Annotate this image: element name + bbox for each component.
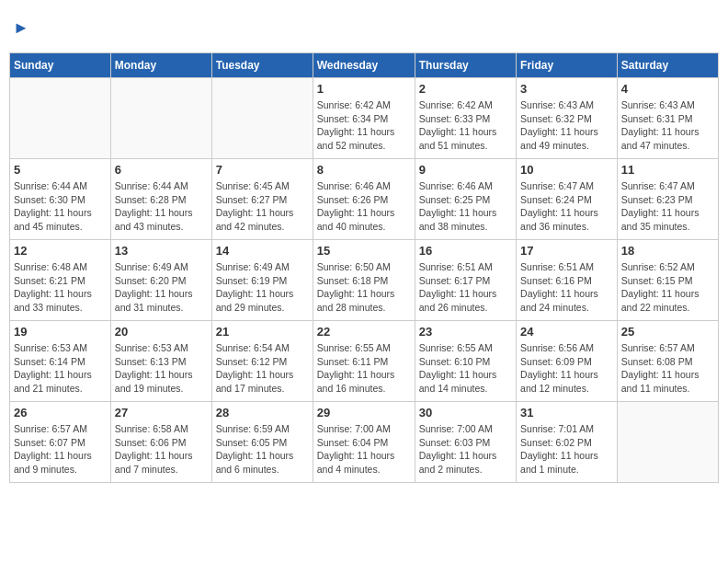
- day-info: Sunrise: 6:56 AM Sunset: 6:09 PM Dayligh…: [520, 341, 613, 396]
- week-row-5: 26Sunrise: 6:57 AM Sunset: 6:07 PM Dayli…: [10, 402, 719, 483]
- calendar-cell: 30Sunrise: 7:00 AM Sunset: 6:03 PM Dayli…: [415, 402, 516, 483]
- day-number: 7: [216, 163, 309, 177]
- day-info: Sunrise: 7:00 AM Sunset: 6:04 PM Dayligh…: [317, 422, 411, 477]
- calendar-cell: 8Sunrise: 6:46 AM Sunset: 6:26 PM Daylig…: [313, 159, 415, 240]
- calendar-cell: 5Sunrise: 6:44 AM Sunset: 6:30 PM Daylig…: [10, 159, 111, 240]
- day-number: 18: [621, 244, 714, 258]
- weekday-monday: Monday: [110, 53, 211, 78]
- calendar-cell: [10, 78, 111, 159]
- calendar-cell: 13Sunrise: 6:49 AM Sunset: 6:20 PM Dayli…: [110, 240, 211, 321]
- calendar-cell: 10Sunrise: 6:47 AM Sunset: 6:24 PM Dayli…: [517, 159, 618, 240]
- calendar-cell: 19Sunrise: 6:53 AM Sunset: 6:14 PM Dayli…: [10, 321, 111, 402]
- day-info: Sunrise: 6:59 AM Sunset: 6:05 PM Dayligh…: [216, 422, 309, 477]
- day-info: Sunrise: 6:58 AM Sunset: 6:06 PM Dayligh…: [115, 422, 208, 477]
- week-row-4: 19Sunrise: 6:53 AM Sunset: 6:14 PM Dayli…: [10, 321, 719, 402]
- calendar-cell: 23Sunrise: 6:55 AM Sunset: 6:10 PM Dayli…: [415, 321, 516, 402]
- day-info: Sunrise: 6:49 AM Sunset: 6:20 PM Dayligh…: [115, 260, 208, 315]
- day-number: 12: [14, 244, 107, 258]
- day-info: Sunrise: 6:50 AM Sunset: 6:18 PM Dayligh…: [317, 260, 411, 315]
- day-info: Sunrise: 6:42 AM Sunset: 6:34 PM Dayligh…: [317, 98, 411, 153]
- day-number: 26: [14, 406, 107, 419]
- day-info: Sunrise: 6:54 AM Sunset: 6:12 PM Dayligh…: [216, 341, 309, 396]
- day-number: 13: [115, 244, 208, 258]
- day-number: 23: [419, 325, 512, 339]
- calendar-cell: [110, 78, 211, 159]
- calendar-cell: 2Sunrise: 6:42 AM Sunset: 6:33 PM Daylig…: [415, 78, 516, 159]
- calendar-cell: 21Sunrise: 6:54 AM Sunset: 6:12 PM Dayli…: [211, 321, 313, 402]
- day-number: 17: [520, 244, 613, 258]
- day-number: 30: [419, 406, 512, 419]
- calendar-cell: 28Sunrise: 6:59 AM Sunset: 6:05 PM Dayli…: [211, 402, 313, 483]
- day-info: Sunrise: 6:46 AM Sunset: 6:25 PM Dayligh…: [419, 179, 512, 234]
- day-number: 9: [419, 163, 512, 177]
- day-number: 1: [317, 82, 411, 96]
- day-number: 27: [115, 406, 208, 419]
- logo: ►: [13, 17, 29, 38]
- calendar-cell: 9Sunrise: 6:46 AM Sunset: 6:25 PM Daylig…: [415, 159, 516, 240]
- weekday-saturday: Saturday: [617, 53, 718, 78]
- day-info: Sunrise: 7:01 AM Sunset: 6:02 PM Dayligh…: [520, 422, 613, 477]
- page-header: ►: [9, 9, 719, 45]
- calendar-cell: 14Sunrise: 6:49 AM Sunset: 6:19 PM Dayli…: [211, 240, 313, 321]
- day-number: 4: [621, 82, 714, 96]
- day-number: 19: [14, 325, 107, 339]
- day-number: 28: [216, 406, 309, 419]
- day-info: Sunrise: 6:55 AM Sunset: 6:11 PM Dayligh…: [317, 341, 411, 396]
- day-info: Sunrise: 7:00 AM Sunset: 6:03 PM Dayligh…: [419, 422, 512, 477]
- day-number: 22: [317, 325, 411, 339]
- calendar-cell: 7Sunrise: 6:45 AM Sunset: 6:27 PM Daylig…: [211, 159, 313, 240]
- week-row-2: 5Sunrise: 6:44 AM Sunset: 6:30 PM Daylig…: [10, 159, 719, 240]
- day-info: Sunrise: 6:57 AM Sunset: 6:07 PM Dayligh…: [14, 422, 107, 477]
- day-info: Sunrise: 6:47 AM Sunset: 6:24 PM Dayligh…: [520, 179, 613, 234]
- calendar-cell: 31Sunrise: 7:01 AM Sunset: 6:02 PM Dayli…: [517, 402, 618, 483]
- day-info: Sunrise: 6:43 AM Sunset: 6:31 PM Dayligh…: [621, 98, 714, 153]
- calendar-cell: 22Sunrise: 6:55 AM Sunset: 6:11 PM Dayli…: [313, 321, 415, 402]
- day-info: Sunrise: 6:57 AM Sunset: 6:08 PM Dayligh…: [621, 341, 714, 396]
- calendar-cell: 25Sunrise: 6:57 AM Sunset: 6:08 PM Dayli…: [617, 321, 718, 402]
- day-number: 3: [520, 82, 613, 96]
- week-row-1: 1Sunrise: 6:42 AM Sunset: 6:34 PM Daylig…: [10, 78, 719, 159]
- day-number: 5: [14, 163, 107, 177]
- day-info: Sunrise: 6:46 AM Sunset: 6:26 PM Dayligh…: [317, 179, 411, 234]
- day-number: 10: [520, 163, 613, 177]
- day-info: Sunrise: 6:51 AM Sunset: 6:16 PM Dayligh…: [520, 260, 613, 315]
- day-number: 31: [520, 406, 613, 419]
- week-row-3: 12Sunrise: 6:48 AM Sunset: 6:21 PM Dayli…: [10, 240, 719, 321]
- day-number: 29: [317, 406, 411, 419]
- weekday-wednesday: Wednesday: [313, 53, 415, 78]
- calendar-cell: 20Sunrise: 6:53 AM Sunset: 6:13 PM Dayli…: [110, 321, 211, 402]
- day-info: Sunrise: 6:42 AM Sunset: 6:33 PM Dayligh…: [419, 98, 512, 153]
- calendar-cell: 27Sunrise: 6:58 AM Sunset: 6:06 PM Dayli…: [110, 402, 211, 483]
- day-info: Sunrise: 6:49 AM Sunset: 6:19 PM Dayligh…: [216, 260, 309, 315]
- calendar-table: SundayMondayTuesdayWednesdayThursdayFrid…: [9, 52, 719, 483]
- calendar-cell: 26Sunrise: 6:57 AM Sunset: 6:07 PM Dayli…: [10, 402, 111, 483]
- weekday-header-row: SundayMondayTuesdayWednesdayThursdayFrid…: [10, 53, 719, 78]
- calendar-cell: 15Sunrise: 6:50 AM Sunset: 6:18 PM Dayli…: [313, 240, 415, 321]
- day-number: 6: [115, 163, 208, 177]
- day-number: 2: [419, 82, 512, 96]
- day-number: 14: [216, 244, 309, 258]
- calendar-cell: 6Sunrise: 6:44 AM Sunset: 6:28 PM Daylig…: [110, 159, 211, 240]
- calendar-cell: 18Sunrise: 6:52 AM Sunset: 6:15 PM Dayli…: [617, 240, 718, 321]
- calendar-cell: 3Sunrise: 6:43 AM Sunset: 6:32 PM Daylig…: [517, 78, 618, 159]
- day-info: Sunrise: 6:48 AM Sunset: 6:21 PM Dayligh…: [14, 260, 107, 315]
- weekday-tuesday: Tuesday: [211, 53, 313, 78]
- day-info: Sunrise: 6:44 AM Sunset: 6:28 PM Dayligh…: [115, 179, 208, 234]
- calendar-cell: [211, 78, 313, 159]
- weekday-sunday: Sunday: [10, 53, 111, 78]
- day-info: Sunrise: 6:53 AM Sunset: 6:14 PM Dayligh…: [14, 341, 107, 396]
- day-number: 15: [317, 244, 411, 258]
- calendar-cell: 4Sunrise: 6:43 AM Sunset: 6:31 PM Daylig…: [617, 78, 718, 159]
- day-number: 25: [621, 325, 714, 339]
- day-info: Sunrise: 6:44 AM Sunset: 6:30 PM Dayligh…: [14, 179, 107, 234]
- day-number: 21: [216, 325, 309, 339]
- day-number: 16: [419, 244, 512, 258]
- calendar-cell: 16Sunrise: 6:51 AM Sunset: 6:17 PM Dayli…: [415, 240, 516, 321]
- calendar-cell: 29Sunrise: 7:00 AM Sunset: 6:04 PM Dayli…: [313, 402, 415, 483]
- day-info: Sunrise: 6:47 AM Sunset: 6:23 PM Dayligh…: [621, 179, 714, 234]
- day-info: Sunrise: 6:51 AM Sunset: 6:17 PM Dayligh…: [419, 260, 512, 315]
- calendar-cell: 1Sunrise: 6:42 AM Sunset: 6:34 PM Daylig…: [313, 78, 415, 159]
- day-number: 24: [520, 325, 613, 339]
- weekday-friday: Friday: [517, 53, 618, 78]
- day-info: Sunrise: 6:52 AM Sunset: 6:15 PM Dayligh…: [621, 260, 714, 315]
